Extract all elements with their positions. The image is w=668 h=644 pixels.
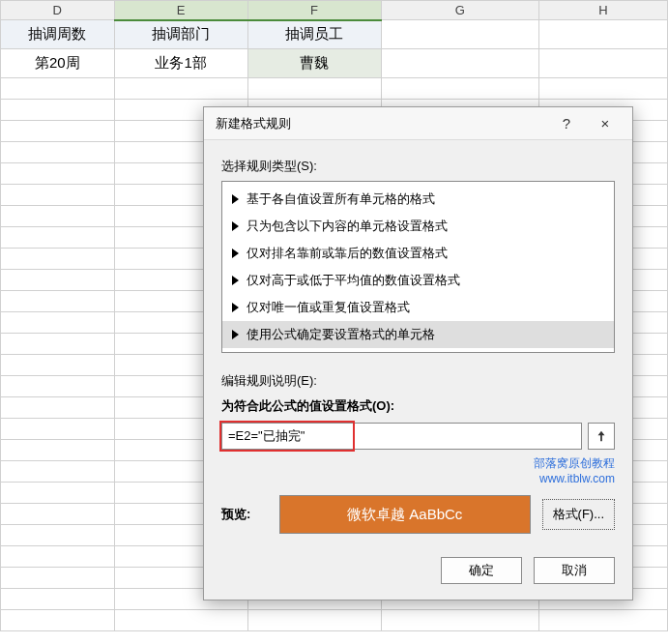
- cancel-button[interactable]: 取消: [534, 557, 615, 584]
- cell-D2[interactable]: 第20周: [1, 49, 115, 78]
- rule-type-list[interactable]: 基于各自值设置所有单元格的格式 只为包含以下内容的单元格设置格式 仅对排名靠前或…: [221, 181, 615, 353]
- rule-type-item[interactable]: 只为包含以下内容的单元格设置格式: [222, 213, 614, 240]
- sheet-data-row: 第20周 业务1部 曹魏: [1, 49, 668, 78]
- play-arrow-icon: [232, 276, 239, 285]
- rule-type-item[interactable]: 仅对排名靠前或靠后的数值设置格式: [222, 240, 614, 267]
- close-button[interactable]: ×: [586, 115, 624, 132]
- cell-G2[interactable]: [381, 49, 539, 78]
- cell-G1[interactable]: [381, 20, 539, 49]
- ok-button[interactable]: 确定: [441, 557, 522, 584]
- cell-H2[interactable]: [539, 49, 668, 78]
- col-header-F[interactable]: F: [247, 1, 381, 20]
- rule-type-item-selected[interactable]: 使用公式确定要设置格式的单元格: [222, 321, 614, 348]
- formula-format-label: 为符合此公式的值设置格式(O):: [221, 397, 615, 415]
- rule-type-item[interactable]: 基于各自值设置所有单元格的格式: [222, 186, 614, 213]
- play-arrow-icon: [232, 303, 239, 312]
- format-preview: 微软卓越 AaBbCc: [279, 495, 531, 534]
- format-button[interactable]: 格式(F)...: [542, 499, 615, 530]
- cell-E2[interactable]: 业务1部: [114, 49, 247, 78]
- cell-F2[interactable]: 曹魏: [247, 49, 381, 78]
- preview-label: 预览:: [221, 506, 268, 523]
- play-arrow-icon: [232, 221, 239, 231]
- col-header-H[interactable]: H: [539, 1, 668, 20]
- new-formatting-rule-dialog: 新建格式规则 ? × 选择规则类型(S): 基于各自值设置所有单元格的格式 只为…: [203, 106, 633, 600]
- cell-E1[interactable]: 抽调部门: [114, 20, 247, 49]
- range-picker-button[interactable]: [588, 423, 615, 450]
- rule-type-item[interactable]: 仅对唯一值或重复值设置格式: [222, 294, 614, 321]
- watermark-credit: 部落窝原创教程 www.itblw.com: [221, 455, 615, 485]
- rule-type-item[interactable]: 仅对高于或低于平均值的数值设置格式: [222, 267, 614, 294]
- help-button[interactable]: ?: [547, 115, 586, 132]
- col-header-D[interactable]: D: [1, 1, 115, 20]
- dialog-titlebar[interactable]: 新建格式规则 ? ×: [204, 107, 632, 140]
- formula-input[interactable]: [221, 423, 582, 450]
- col-header-G[interactable]: G: [381, 1, 539, 20]
- col-header-E[interactable]: E: [114, 1, 247, 20]
- cell-F1[interactable]: 抽调员工: [247, 20, 381, 49]
- column-header-row: D E F G H: [1, 1, 668, 20]
- dialog-title: 新建格式规则: [216, 115, 547, 132]
- sheet-header-row: 抽调周数 抽调部门 抽调员工: [1, 20, 668, 49]
- collapse-dialog-icon: [595, 429, 608, 443]
- select-rule-type-label: 选择规则类型(S):: [221, 158, 615, 175]
- play-arrow-icon: [232, 249, 239, 258]
- play-arrow-icon: [232, 194, 239, 204]
- cell-D1[interactable]: 抽调周数: [1, 20, 115, 49]
- edit-rule-description-label: 编辑规则说明(E):: [221, 372, 615, 390]
- play-arrow-icon: [232, 330, 239, 339]
- cell-H1[interactable]: [539, 20, 668, 49]
